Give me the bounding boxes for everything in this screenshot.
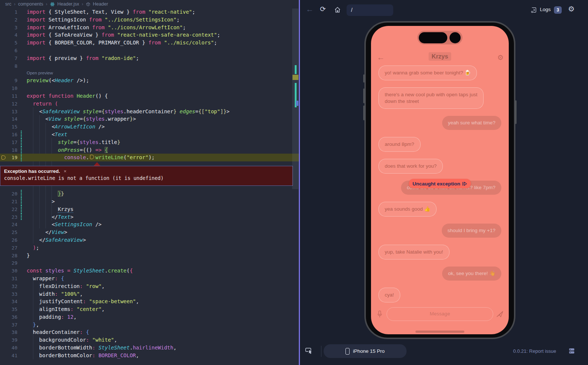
line-number[interactable]: 35: [0, 306, 17, 314]
breadcrumb-file[interactable]: Header.jsx: [57, 1, 79, 7]
code-line[interactable]: 16 <Text: [0, 131, 299, 138]
code-line[interactable]: 37 },: [0, 321, 299, 329]
line-number[interactable]: 1: [0, 9, 17, 16]
line-number[interactable]: 33: [0, 291, 17, 298]
code-line[interactable]: 28}: [0, 252, 299, 259]
close-icon[interactable]: ×: [64, 168, 67, 174]
line-number[interactable]: 38: [0, 329, 17, 336]
code-line[interactable]: 4import { SafeAreaView } from "react-nat…: [0, 31, 299, 39]
line-number[interactable]: 36: [0, 314, 17, 321]
settings-gear-icon[interactable]: ⚙: [568, 4, 575, 13]
code-line[interactable]: 7import { preview } from "radon-ide";: [0, 54, 299, 62]
breadcrumb[interactable]: src › components › Header.jsx ›: [0, 0, 299, 8]
code-editor[interactable]: src › components › Header.jsx ›: [0, 0, 299, 365]
code-line[interactable]: 13 <SafeAreaView style={styles.headerCon…: [0, 108, 299, 115]
code-line[interactable]: 32 flexDirection: "row",: [0, 282, 299, 290]
breadcrumb-src[interactable]: src: [5, 1, 11, 7]
chat-settings-gear-icon[interactable]: ⚙: [497, 52, 504, 63]
line-number[interactable]: 4: [0, 31, 17, 39]
code-line[interactable]: 30const styles = StyleSheet.create({: [0, 267, 299, 275]
line-number[interactable]: 15: [0, 123, 17, 131]
line-number[interactable]: 39: [0, 336, 17, 344]
code-line[interactable]: 38 headerContainer: {: [0, 328, 299, 336]
code-line[interactable]: 24 <SettingsIcon />: [0, 221, 299, 228]
breadcrumb-symbol[interactable]: Header: [93, 1, 108, 7]
code-line[interactable]: 31 wrapper: {: [0, 275, 299, 282]
line-number[interactable]: 12: [0, 100, 17, 108]
line-number[interactable]: 21: [0, 198, 17, 206]
chat-back-arrow-icon[interactable]: ←: [377, 52, 385, 63]
code-line[interactable]: 2import SettingsIcon from "../icons/Sett…: [0, 16, 299, 24]
line-number[interactable]: 2: [0, 16, 17, 24]
code-line[interactable]: 25 </View>: [0, 228, 299, 236]
line-number[interactable]: 7: [0, 55, 17, 63]
code-line[interactable]: 41 borderBottomColor: BORDER_COLOR,: [0, 352, 299, 359]
code-line[interactable]: 27 );: [0, 244, 299, 252]
line-number[interactable]: 26: [0, 237, 17, 244]
line-number[interactable]: 22: [0, 206, 17, 214]
code-line[interactable]: 6: [0, 47, 299, 54]
codelens-open-preview[interactable]: Open preview: [0, 70, 299, 77]
line-number[interactable]: 41: [0, 352, 17, 360]
line-number[interactable]: 37: [0, 321, 17, 329]
line-number[interactable]: 6: [0, 47, 17, 55]
inspect-element-button[interactable]: [305, 346, 313, 355]
code-line[interactable]: 15 <ArrowLeftIcon />: [0, 123, 299, 131]
code-line[interactable]: 39 backgroundColor: "white",: [0, 336, 299, 344]
code-line[interactable]: 9preview(<Header />);: [0, 77, 299, 84]
line-number[interactable]: 17: [0, 139, 17, 147]
line-number[interactable]: 23: [0, 214, 17, 221]
nav-back-button[interactable]: ←: [306, 5, 314, 14]
code-line[interactable]: 40 borderBottomWidth: StyleSheet.hairlin…: [0, 344, 299, 352]
line-number[interactable]: 18: [0, 147, 17, 154]
line-number[interactable]: 27: [0, 244, 17, 252]
line-number[interactable]: 40: [0, 344, 17, 352]
panel-divider[interactable]: [299, 0, 300, 365]
line-number[interactable]: 24: [0, 221, 17, 229]
line-number[interactable]: 30: [0, 267, 17, 275]
line-number[interactable]: 25: [0, 229, 17, 237]
send-icon[interactable]: [496, 311, 504, 318]
code-line[interactable]: 36 padding: 12,: [0, 313, 299, 321]
code-line[interactable]: 12 return (: [0, 100, 299, 108]
code-line[interactable]: 34 justifyContent: "space-between",: [0, 298, 299, 305]
device-selector[interactable]: iPhone 15 Pro: [324, 344, 407, 358]
code-line[interactable]: 14 <View style={styles.wrapper}>: [0, 115, 299, 123]
code-line[interactable]: 18 onPress={() => {: [0, 146, 299, 154]
line-number[interactable]: 28: [0, 252, 17, 260]
code-line[interactable]: 26 </SafeAreaView>: [0, 236, 299, 244]
code-line[interactable]: 11export function Header() {: [0, 92, 299, 100]
code-line[interactable]: 17 style={styles.title}: [0, 138, 299, 146]
line-number[interactable]: 29: [0, 259, 17, 267]
line-number[interactable]: 9: [0, 77, 17, 85]
line-number[interactable]: 14: [0, 115, 17, 123]
code-line[interactable]: 33 width: "100%",: [0, 290, 299, 298]
logs-label[interactable]: Logs: [540, 7, 551, 12]
code-line[interactable]: 35 alignItems: "center",: [0, 305, 299, 313]
devices-icon[interactable]: [568, 347, 575, 355]
code-line[interactable]: 19 console.writeLine("error");: [0, 154, 299, 161]
line-number[interactable]: 31: [0, 275, 17, 283]
reload-button[interactable]: ⟳: [320, 5, 326, 13]
phone-screen-error-tinted[interactable]: ← Krzys ⚙ yo! wanna grab some beer tonig…: [371, 26, 509, 334]
breadcrumb-components[interactable]: components: [18, 1, 43, 7]
line-number[interactable]: 20: [0, 190, 17, 198]
logs-icon[interactable]: [531, 7, 537, 13]
code-lines[interactable]: 1import { StyleSheet, Text, View } from …: [0, 8, 299, 359]
line-number[interactable]: 8: [0, 63, 17, 70]
code-line[interactable]: 1import { StyleSheet, Text, View } from …: [0, 8, 299, 16]
uncaught-exception-button[interactable]: Uncaught exception: [409, 179, 471, 188]
home-button[interactable]: [334, 6, 341, 13]
line-number[interactable]: 13: [0, 108, 17, 116]
line-number[interactable]: 5: [0, 39, 17, 47]
line-number[interactable]: 3: [0, 24, 17, 32]
code-line[interactable]: 29: [0, 259, 299, 267]
code-line[interactable]: 5import { BORDER_COLOR, PRIMARY_COLOR } …: [0, 39, 299, 47]
code-line[interactable]: 20 }}: [0, 190, 299, 198]
line-number[interactable]: 34: [0, 298, 17, 306]
code-line[interactable]: 3import ArrowLeftIcon from "../icons/Arr…: [0, 24, 299, 31]
code-line[interactable]: 21 >: [0, 198, 299, 205]
line-number[interactable]: 32: [0, 283, 17, 291]
url-bar[interactable]: /: [347, 4, 393, 16]
line-number[interactable]: 10: [0, 85, 17, 93]
